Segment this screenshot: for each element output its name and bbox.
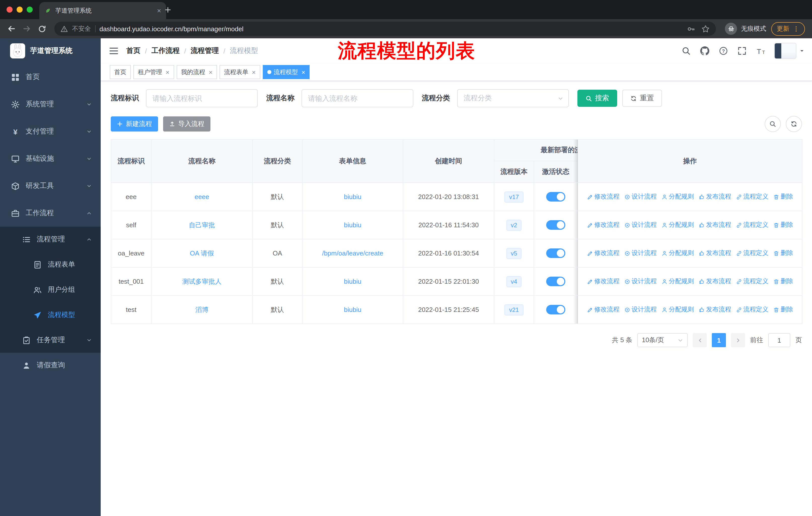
process-definition-action[interactable]: 流程定义	[736, 192, 768, 201]
tag-process-model[interactable]: 流程模型×	[263, 65, 310, 79]
form-info-link[interactable]: biubiu	[344, 278, 361, 285]
tag-tenant-management[interactable]: 租户管理×	[134, 65, 174, 79]
assign-rule-action[interactable]: 分配规则	[661, 277, 694, 286]
header-search-button[interactable]	[681, 46, 691, 56]
goto-page-input[interactable]	[768, 333, 790, 347]
modify-process-action[interactable]: 修改流程	[587, 192, 619, 201]
help-button[interactable]: ?	[718, 46, 728, 56]
sidebar-item-task-management[interactable]: 任务管理	[0, 328, 101, 353]
user-menu[interactable]	[774, 43, 805, 59]
publish-process-action[interactable]: 发布流程	[698, 277, 731, 286]
close-icon[interactable]: ×	[209, 69, 212, 75]
tag-my-process[interactable]: 我的流程×	[176, 65, 217, 79]
sidebar-item-process-model[interactable]: 流程模型	[0, 302, 101, 328]
github-link[interactable]	[700, 46, 710, 56]
app-logo[interactable]: 芋道管理系统	[0, 38, 101, 63]
process-name-link[interactable]: eeee	[195, 193, 209, 200]
form-info-link[interactable]: /bpm/oa/leave/create	[322, 249, 383, 257]
publish-process-action[interactable]: 发布流程	[698, 305, 731, 314]
publish-process-action[interactable]: 发布流程	[698, 249, 731, 257]
active-toggle[interactable]	[546, 277, 565, 286]
sidebar-item-devtools[interactable]: 研发工具	[0, 172, 101, 199]
active-toggle[interactable]	[546, 220, 565, 230]
close-icon[interactable]: ×	[252, 69, 256, 75]
process-definition-action[interactable]: 流程定义	[736, 305, 768, 314]
assign-rule-action[interactable]: 分配规则	[661, 221, 694, 229]
publish-process-action[interactable]: 发布流程	[698, 221, 731, 229]
design-process-action[interactable]: 设计流程	[624, 305, 657, 314]
reload-button[interactable]	[35, 22, 48, 35]
font-size-button[interactable]: TT	[756, 46, 766, 56]
process-name-link[interactable]: OA 请假	[190, 249, 214, 257]
process-name-link[interactable]: 测试多审批人	[182, 277, 222, 285]
design-process-action[interactable]: 设计流程	[624, 221, 657, 229]
sidebar-item-user-group[interactable]: 用户分组	[0, 277, 101, 302]
breadcrumb-item[interactable]: 首页	[126, 46, 141, 55]
page-size-select[interactable]: 10条/页	[637, 333, 688, 347]
security-label[interactable]: 不安全	[72, 24, 91, 33]
delete-action[interactable]: 删除	[773, 192, 793, 201]
url-text[interactable]: dashboard.yudao.iocoder.cn/bpm/manager/m…	[99, 25, 243, 32]
window-close-button[interactable]	[6, 6, 12, 12]
sidebar-item-infrastructure[interactable]: 基础设施	[0, 145, 101, 172]
publish-process-action[interactable]: 发布流程	[698, 192, 731, 201]
next-page-button[interactable]	[731, 333, 745, 347]
sidebar-fold-button[interactable]	[108, 45, 119, 56]
close-icon[interactable]: ×	[166, 69, 169, 75]
modify-process-action[interactable]: 修改流程	[587, 249, 619, 257]
sidebar-item-payment-management[interactable]: ¥ 支付管理	[0, 118, 101, 145]
browser-tab[interactable]: 芋道管理系统 ×	[39, 2, 166, 19]
assign-rule-action[interactable]: 分配规则	[661, 305, 694, 314]
process-key-input[interactable]	[146, 89, 258, 107]
menu-dots-icon[interactable]	[793, 25, 800, 32]
process-name-input[interactable]	[301, 89, 413, 107]
tag-process-form[interactable]: 流程表单×	[220, 65, 260, 79]
fullscreen-button[interactable]	[737, 46, 747, 56]
process-name-link[interactable]: 滔博	[195, 306, 208, 313]
toggle-search-button[interactable]	[765, 116, 781, 132]
design-process-action[interactable]: 设计流程	[624, 277, 657, 286]
forward-button[interactable]	[20, 22, 33, 35]
reset-button[interactable]: 重置	[622, 90, 662, 107]
active-toggle[interactable]	[546, 192, 565, 201]
create-process-button[interactable]: 新建流程	[111, 116, 158, 132]
bookmark-star-icon[interactable]	[701, 24, 710, 33]
form-info-link[interactable]: biubiu	[344, 306, 361, 314]
breadcrumb-item[interactable]: 流程管理	[191, 46, 219, 55]
address-bar[interactable]: 不安全 dashboard.yudao.iocoder.cn/bpm/manag…	[54, 22, 716, 36]
delete-action[interactable]: 删除	[773, 221, 793, 229]
process-definition-action[interactable]: 流程定义	[736, 277, 768, 286]
breadcrumb-item[interactable]: 工作流程	[151, 46, 180, 55]
modify-process-action[interactable]: 修改流程	[587, 305, 619, 314]
process-name-link[interactable]: 自己审批	[189, 221, 215, 228]
back-button[interactable]	[5, 22, 18, 35]
sidebar-item-leave-query[interactable]: 请假查询	[0, 353, 101, 378]
assign-rule-action[interactable]: 分配规则	[661, 249, 694, 257]
assign-rule-action[interactable]: 分配规则	[661, 192, 694, 201]
delete-action[interactable]: 删除	[773, 249, 793, 257]
page-number-current[interactable]: 1	[712, 333, 726, 347]
search-button[interactable]: 搜索	[577, 90, 617, 107]
sidebar-item-process-form[interactable]: 流程表单	[0, 252, 101, 277]
process-definition-action[interactable]: 流程定义	[736, 221, 768, 229]
form-info-link[interactable]: biubiu	[344, 193, 361, 200]
refresh-table-button[interactable]	[786, 116, 802, 132]
password-key-icon[interactable]	[687, 24, 695, 33]
close-icon[interactable]: ×	[301, 69, 305, 75]
modify-process-action[interactable]: 修改流程	[587, 277, 619, 286]
import-process-button[interactable]: 导入流程	[163, 116, 210, 132]
active-toggle[interactable]	[546, 248, 565, 258]
delete-action[interactable]: 删除	[773, 305, 793, 314]
design-process-action[interactable]: 设计流程	[624, 192, 657, 201]
process-definition-action[interactable]: 流程定义	[736, 249, 768, 257]
sidebar-item-system-management[interactable]: 系统管理	[0, 91, 101, 118]
design-process-action[interactable]: 设计流程	[624, 249, 657, 257]
form-info-link[interactable]: biubiu	[344, 221, 361, 229]
prev-page-button[interactable]	[693, 333, 707, 347]
delete-action[interactable]: 删除	[773, 277, 793, 286]
process-category-select[interactable]: 流程分类	[457, 89, 569, 107]
browser-update-button[interactable]: 更新	[771, 22, 805, 35]
tag-home[interactable]: 首页	[110, 65, 131, 79]
sidebar-item-home[interactable]: 首页	[0, 63, 101, 91]
tab-close-icon[interactable]: ×	[157, 7, 161, 14]
